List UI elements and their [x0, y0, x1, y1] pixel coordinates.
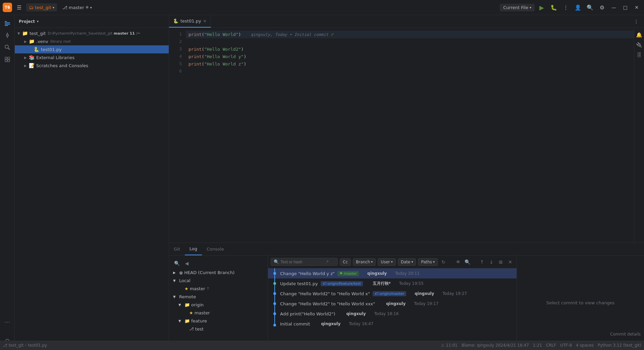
test-label: test [195, 326, 204, 332]
debug-button[interactable]: 🐛 [549, 2, 559, 12]
origin-folder[interactable]: ▼ 📁 origin [169, 301, 268, 309]
git-log-main: 🔍 .* Cc Branch ▾ User ▾ [268, 256, 517, 350]
line-col-status[interactable]: ⚠ 11:01 [441, 343, 458, 348]
select-commit-label: Select commit to view changes [546, 300, 614, 305]
head-branch[interactable]: ▶ ● HEAD (Current Branch) [169, 268, 268, 276]
database-icon[interactable]: 🗄 [635, 51, 644, 59]
btab-console[interactable]: Console [202, 243, 229, 255]
more-options-icon[interactable]: ⋮ [561, 2, 571, 12]
svg-rect-12 [8, 60, 10, 62]
encoding-status[interactable]: CRLF [546, 343, 556, 348]
commit-row[interactable]: Change "Hello World2" to "Hello World xx… [268, 299, 517, 309]
profile-icon[interactable]: 👤 [573, 2, 583, 12]
branch-name: master [69, 5, 84, 10]
blame-status[interactable]: Blame: qingxuly 2024/4/21 16:47 [462, 343, 529, 348]
sidebar-item-more[interactable]: ⋯ [2, 316, 13, 327]
code-content[interactable]: print("Hello World") qingxuly, Today • I… [186, 28, 634, 243]
indent-label: 4 spaces [576, 343, 594, 348]
expand-icon[interactable]: ⊞ [497, 258, 504, 266]
master-tag: ⚑ master [337, 271, 359, 276]
branch-filter-btn[interactable]: Branch ▾ [353, 258, 376, 266]
sort-asc-icon[interactable]: ↑ [478, 258, 486, 266]
code-line-6 [186, 68, 634, 75]
local-section[interactable]: ▼ Local [169, 276, 268, 285]
svg-rect-10 [8, 57, 10, 59]
sidebar-item-plugins[interactable] [2, 54, 13, 65]
git-branches-sidebar: 🔍 ◀ ▶ ● HEAD (Current Branch) ▼ Local ▶ [169, 256, 268, 350]
branch-selector[interactable]: ⎇ master ✱ ▾ [60, 4, 95, 11]
menu-icon[interactable]: ☰ [15, 3, 23, 12]
position-label: 1:21 [533, 343, 542, 348]
find-icon[interactable]: 🔍 [464, 258, 471, 266]
close-button[interactable]: ✕ [632, 3, 641, 12]
commit-row[interactable]: Initial commit qingxuly Today 16:47 [268, 319, 517, 329]
settings-icon[interactable]: ⚙ [597, 2, 607, 12]
tree-arrow-ext: ▶ [24, 56, 29, 59]
project-icon: 🗂 [29, 5, 34, 10]
collapse-icon[interactable]: ◀ [183, 260, 191, 267]
tab-test01[interactable]: 🐍 test01.py ✕ [169, 15, 211, 28]
python-status[interactable]: Python 3.12 (test_git) [598, 343, 641, 348]
eye-icon[interactable]: 👁 [454, 258, 462, 266]
feature-folder[interactable]: ▼ 📁 feature [169, 317, 268, 325]
user-filter-btn[interactable]: User ▾ [378, 258, 395, 266]
edit-pencil-icon: ✏ [138, 31, 141, 36]
commit-row[interactable]: Update test01.py 🏷 origin/feature/test 五… [268, 278, 517, 289]
search-icon[interactable]: 🔍 [585, 2, 595, 12]
tree-item-venv[interactable]: ▶ 📁 .venv library root [15, 37, 169, 45]
refresh-icon[interactable]: ↻ [440, 258, 447, 266]
btab-log[interactable]: Log [185, 243, 202, 255]
tree-item-test01[interactable]: ▶ 🐍 test01.py [15, 45, 169, 53]
run-button[interactable]: ▶ [537, 2, 547, 12]
maximize-button[interactable]: □ [621, 3, 630, 12]
tree-item-scratches[interactable]: ▶ 📝 Scratches and Consoles [15, 61, 169, 70]
btab-git[interactable]: Git [169, 243, 185, 255]
head-label: HEAD (Current Branch) [184, 270, 234, 275]
tree-item-external-libs[interactable]: ▶ 📚 External Libraries [15, 53, 169, 61]
minimize-button[interactable]: — [609, 3, 619, 12]
branch-badge: master 11 [114, 31, 135, 36]
commit-date: Today 18:16 [369, 311, 399, 316]
charset-status[interactable]: UTF-8 [560, 343, 572, 348]
sidebar-item-project[interactable] [2, 18, 13, 29]
date-filter-btn[interactable]: Date ▾ [398, 258, 416, 266]
paths-filter-btn[interactable]: Paths ▾ [418, 258, 438, 266]
notifications-icon[interactable]: 🔔 [635, 31, 644, 39]
search-icon: 🔍 [274, 259, 279, 264]
remote-section[interactable]: ▼ Remote [169, 293, 268, 301]
sidebar-item-find[interactable] [2, 42, 13, 53]
ext-libs-label: External Libraries [36, 55, 74, 60]
indent-status[interactable]: 4 spaces [576, 343, 594, 348]
chevron-down-icon: ▾ [53, 6, 54, 9]
plugins-icon[interactable]: 🔌 [635, 41, 644, 49]
tab-close-icon[interactable]: ✕ [203, 19, 207, 24]
date-filter-label: Date [401, 260, 411, 264]
sidebar-item-vcs[interactable] [2, 30, 13, 41]
tree-root[interactable]: ▼ 📁 test_git D:\Pycharm\Pycharm_Save\tes… [15, 29, 169, 37]
git-sidebar-header: 🔍 ◀ [169, 258, 268, 268]
chevron-icon: ▾ [371, 260, 373, 264]
search-icon[interactable]: 🔍 [173, 260, 180, 267]
git-branch-status[interactable]: ⎇ test_git › test01.py [3, 343, 47, 348]
origin-arrow: ▼ [178, 303, 183, 307]
master-branch[interactable]: ▶ ★ master ↑ [169, 285, 268, 293]
case-sensitive-btn[interactable]: Cc [340, 258, 351, 266]
svg-rect-0 [5, 21, 7, 22]
sort-desc-icon[interactable]: ↓ [488, 258, 495, 266]
test-branch[interactable]: ▶ ⎇ test [169, 325, 268, 333]
tab-options-icon[interactable]: ⋮ [631, 16, 641, 27]
current-file-btn[interactable]: Current File ▾ [500, 4, 535, 11]
root-name: test_git [30, 31, 46, 36]
feature-label: feature [191, 318, 207, 323]
commit-row[interactable]: Change "Hello World y z" ⚑ master qingxu… [268, 268, 517, 278]
position-status[interactable]: 1:21 [533, 343, 542, 348]
project-switcher[interactable]: 🗂 test_git ▾ [26, 3, 57, 11]
git-search-box[interactable]: 🔍 .* [271, 258, 338, 266]
project-tree: ▼ 📁 test_git D:\Pycharm\Pycharm_Save\tes… [15, 28, 169, 350]
master-label: master [190, 286, 205, 291]
git-search-input[interactable] [280, 260, 324, 264]
origin-master[interactable]: ▶ ★ master [169, 309, 268, 317]
close-panel-icon[interactable]: ✕ [506, 258, 514, 266]
commit-row[interactable]: Add print("Hello World2") qingxuly Today… [268, 309, 517, 319]
commit-row[interactable]: Change "Hello World2" to "Hello World x"… [268, 289, 517, 299]
